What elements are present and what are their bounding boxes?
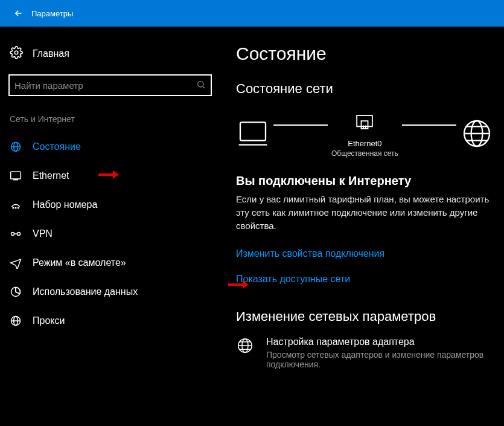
- adapter-settings-item[interactable]: Настройка параметров адаптера Просмотр с…: [236, 337, 504, 369]
- svg-rect-25: [362, 121, 368, 129]
- titlebar: Параметры: [0, 0, 504, 27]
- arrow-left-icon: [11, 8, 22, 19]
- sidebar-item-proxy[interactable]: Прокси: [0, 306, 220, 335]
- connection-name: Ethernet0: [331, 139, 398, 149]
- sidebar-item-label: Состояние: [33, 141, 81, 152]
- svg-point-11: [15, 207, 16, 208]
- main-content: Состояние Состояние сети Ethernet0 Общес…: [220, 27, 504, 426]
- sidebar-item-label: Использование данных: [33, 286, 138, 297]
- home-label: Главная: [33, 48, 69, 59]
- svg-point-12: [18, 207, 19, 208]
- sidebar-item-datausage[interactable]: Использование данных: [0, 277, 220, 306]
- svg-line-3: [203, 86, 205, 88]
- adapter-desc: Просмотр сетевых адаптеров и изменение п…: [266, 350, 496, 369]
- link-change-connection-properties[interactable]: Изменить свойства подключения: [236, 248, 504, 259]
- svg-rect-7: [11, 172, 21, 179]
- sidebar-item-airplane[interactable]: Режим «в самолете»: [0, 248, 220, 277]
- annotation-arrow-status: [98, 170, 119, 179]
- pc-icon: [236, 117, 270, 150]
- svg-line-18: [16, 292, 20, 294]
- svg-point-10: [13, 207, 14, 208]
- gear-icon: [10, 46, 23, 61]
- window-title: Параметры: [31, 9, 73, 18]
- vpn-icon: [10, 228, 22, 240]
- sidebar-item-label: Прокси: [33, 315, 65, 326]
- sidebar-item-dialup[interactable]: Набор номера: [0, 190, 220, 219]
- sidebar-item-label: Ethernet: [33, 170, 69, 181]
- adapter-globe-icon: [236, 337, 254, 357]
- sidebar-item-status[interactable]: Состояние: [0, 132, 220, 161]
- connection-profile: Общественная сеть: [331, 149, 398, 159]
- svg-point-14: [18, 233, 21, 236]
- network-diagram: Ethernet0 Общественная сеть: [236, 109, 504, 158]
- ethernet-icon: [10, 170, 22, 182]
- status-icon: [10, 141, 22, 153]
- sidebar-section-title: Сеть и Интернет: [0, 114, 220, 132]
- sidebar-item-label: VPN: [33, 228, 53, 239]
- svg-point-13: [11, 233, 14, 236]
- sidebar-item-vpn[interactable]: VPN: [0, 219, 220, 248]
- connector-line: [273, 124, 328, 126]
- router-icon: [351, 109, 378, 135]
- connector-line: [402, 124, 456, 126]
- connected-heading: Вы подключены к Интернету: [236, 174, 504, 188]
- airplane-icon: [10, 257, 22, 269]
- sidebar: Главная Сеть и Интернет Состояние: [0, 27, 220, 426]
- dialup-icon: [10, 199, 22, 211]
- network-status-title: Состояние сети: [236, 81, 504, 97]
- search-icon: [196, 80, 206, 91]
- annotation-arrow-change-properties: [228, 280, 249, 289]
- link-show-available-networks[interactable]: Показать доступные сети: [236, 274, 504, 285]
- home-button[interactable]: Главная: [0, 41, 220, 71]
- svg-point-1: [14, 51, 18, 54]
- svg-point-2: [198, 81, 203, 86]
- globe-icon: [460, 117, 494, 150]
- search-input[interactable]: [14, 80, 196, 91]
- svg-rect-22: [240, 123, 266, 141]
- adapter-title: Настройка параметров адаптера: [266, 337, 496, 347]
- proxy-icon: [10, 315, 22, 327]
- page-title: Состояние: [236, 44, 504, 64]
- back-button[interactable]: [5, 0, 29, 27]
- sidebar-item-label: Набор номера: [33, 199, 97, 210]
- change-network-settings-title: Изменение сетевых параметров: [236, 309, 504, 324]
- datausage-icon: [10, 286, 22, 298]
- connected-body: Если у вас лимитный тарифный план, вы мо…: [236, 193, 490, 232]
- search-box[interactable]: [8, 74, 212, 96]
- sidebar-item-label: Режим «в самолете»: [33, 257, 126, 268]
